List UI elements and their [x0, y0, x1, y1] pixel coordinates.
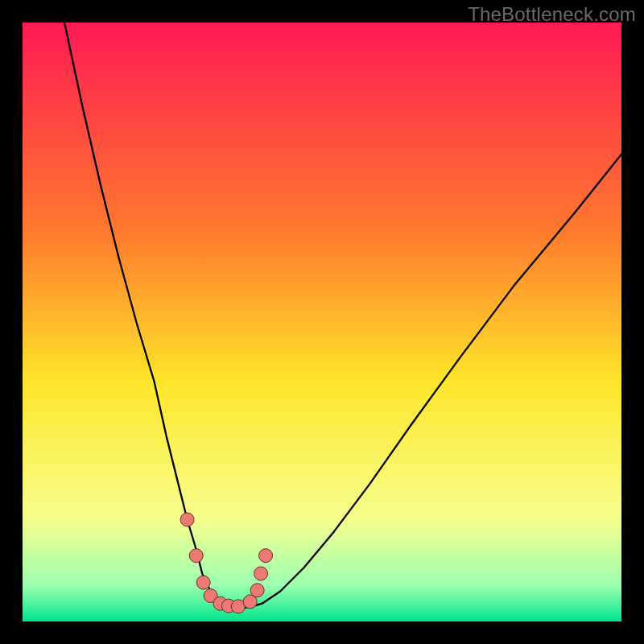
data-dot — [254, 567, 268, 580]
watermark-text: TheBottleneck.com — [468, 3, 636, 26]
data-dot — [180, 513, 194, 526]
data-dot — [250, 584, 264, 597]
data-dot — [189, 549, 203, 563]
data-dot — [196, 576, 210, 589]
chart-frame: TheBottleneck.com — [0, 0, 644, 644]
bottleneck-chart — [23, 23, 621, 621]
data-dot — [259, 549, 273, 563]
gradient-background — [23, 23, 621, 621]
